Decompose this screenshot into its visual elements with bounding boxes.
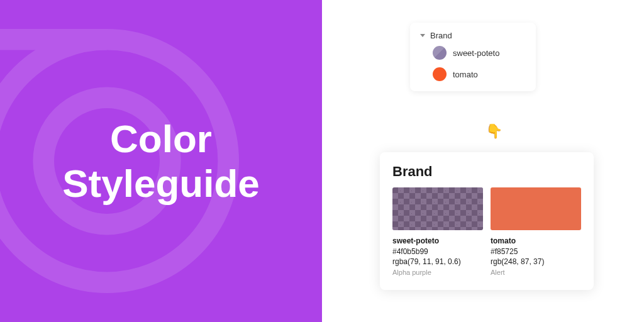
swatch-block-sweet-poteto: sweet-poteto #4f0b5b99 rgba(79, 11, 91, … <box>392 187 483 276</box>
swatch-name: sweet-poteto <box>392 236 483 245</box>
chevron-down-icon <box>420 34 425 37</box>
swatches-row: sweet-poteto #4f0b5b99 rgba(79, 11, 91, … <box>392 187 581 276</box>
layers-panel: Brand sweet-poteto tomato <box>410 23 536 91</box>
hero-panel: Color Styleguide <box>0 0 322 322</box>
color-swatch-icon <box>433 46 447 60</box>
layer-item-sweet-poteto[interactable]: sweet-poteto <box>415 42 531 64</box>
preview-panel: Brand sweet-poteto tomato 👇 Brand sweet-… <box>322 0 644 322</box>
pointing-down-icon: 👇 <box>486 123 502 140</box>
layer-item-label: tomato <box>453 70 478 79</box>
hero-title: Color Styleguide <box>62 116 260 206</box>
swatch-hex: #f85725 <box>491 247 581 256</box>
layer-group-brand[interactable]: Brand <box>415 29 531 42</box>
hero-title-line1: Color <box>110 117 212 160</box>
swatch-preview <box>491 187 581 230</box>
swatch-label: Alert <box>491 269 581 276</box>
layer-item-label: sweet-poteto <box>453 48 499 58</box>
swatch-block-tomato: tomato #f85725 rgb(248, 87, 37) Alert <box>491 187 581 276</box>
swatch-hex: #4f0b5b99 <box>392 247 483 256</box>
hero-title-line2: Styleguide <box>62 162 260 205</box>
layer-group-label: Brand <box>430 31 452 40</box>
styleguide-card: Brand sweet-poteto #4f0b5b99 rgba(79, 11… <box>380 152 594 290</box>
swatch-name: tomato <box>491 236 581 245</box>
swatch-label: Alpha purple <box>392 269 483 276</box>
swatch-rgba: rgba(79, 11, 91, 0.6) <box>392 257 483 266</box>
swatch-preview <box>392 187 483 230</box>
card-title: Brand <box>392 164 581 180</box>
swatch-rgba: rgb(248, 87, 37) <box>491 257 581 266</box>
layer-item-tomato[interactable]: tomato <box>415 64 531 85</box>
color-swatch-icon <box>433 67 447 81</box>
